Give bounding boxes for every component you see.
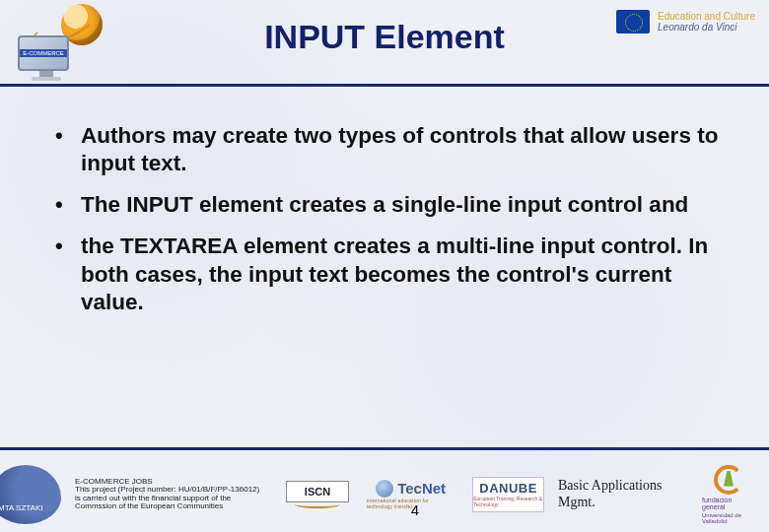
edu-culture-line1: Education and Culture [658,11,755,22]
slide-footer: MTA SZTAKI E-COMMERCE JOBS This project … [0,447,769,532]
fund-line1: fundación general [702,497,755,510]
iscn-label: ISCN [305,486,330,498]
education-culture-logo: Education and Culture Leonardo da Vinci [658,11,755,33]
edu-culture-line2: Leonardo da Vinci [658,22,755,33]
project-disclaimer: E-COMMERCE JOBS This project (Project nu… [75,478,272,511]
slide: E-COMMERCE INPUT Element Education and C… [0,0,769,532]
danube-logo: DANUBE European Training, Research & Tec… [472,477,544,512]
fund-line2: Universidad de Valladolid [702,512,755,524]
eu-flag-icon [616,10,650,33]
fundacion-logo: fundación general Universidad de Vallado… [702,465,755,524]
slide-header: E-COMMERCE INPUT Element Education and C… [0,0,769,87]
bullet-item: Authors may create two types of controls… [55,122,724,177]
sztaki-label: MTA SZTAKI [0,503,42,512]
tecnet-globe-icon [376,480,393,498]
bullet-item: the TEXTAREA element creates a multi-lin… [55,233,724,315]
tecnet-tec: Tec [397,480,422,497]
disclaimer-support: is carried out with the financial suppor… [75,495,272,511]
bullet-item: The INPUT element creates a single-line … [55,191,724,219]
slide-body: Authors may create two types of controls… [0,87,769,316]
iscn-logo: ISCN [286,481,349,508]
danube-sub: European Training, Research & Technology [473,496,543,507]
tecnet-net: Net [422,480,446,497]
partner-logos: ISCN TecNet international education for … [286,477,544,512]
page-number: 4 [411,501,419,518]
header-right-logos: Education and Culture Leonardo da Vinci [616,10,755,33]
danube-label: DANUBE [479,481,537,496]
footer-right-text: Basic Applications Mgmt. [558,478,688,509]
sztaki-logo: MTA SZTAKI [0,465,61,524]
bullet-list: Authors may create two types of controls… [55,122,724,316]
fundacion-mark-icon [714,465,743,495]
